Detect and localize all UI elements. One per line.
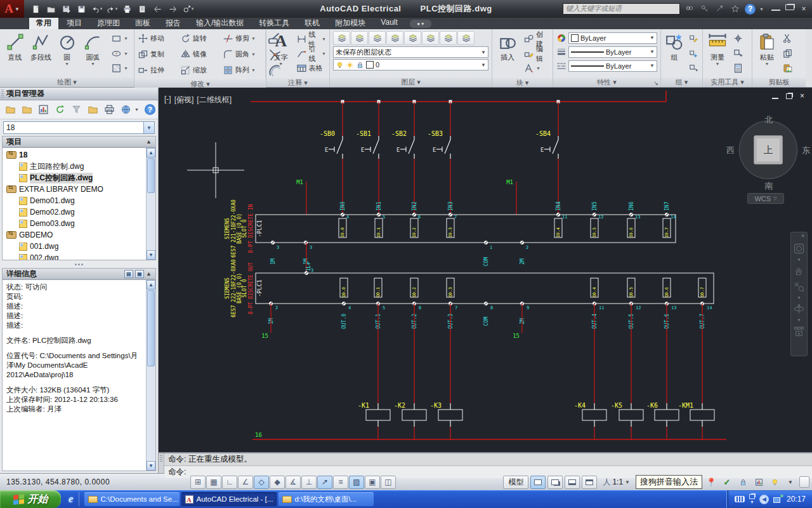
ribbon-options-button[interactable]: ● ▾ bbox=[410, 20, 431, 28]
layer-tool-icon-3[interactable] bbox=[386, 31, 403, 45]
command-window[interactable]: 命令: 正在重生成模型。 命令: bbox=[159, 452, 812, 473]
showmotion-icon[interactable] bbox=[793, 325, 805, 337]
web-publish-icon[interactable] bbox=[118, 102, 133, 117]
quick-view-layouts-button[interactable] bbox=[530, 476, 546, 489]
group-edit-button[interactable] bbox=[687, 32, 700, 45]
圆-button[interactable]: 圆▼ bbox=[54, 30, 80, 76]
status-check-icon[interactable]: ✓ bbox=[720, 476, 734, 489]
layer-tool-icon-1[interactable] bbox=[351, 31, 368, 45]
polar-toggle[interactable]: ∠ bbox=[238, 476, 253, 489]
drawing-canvas[interactable]: [-] [俯视] [二维线框] × E-SB0E-SB1E-SB2E-SB3E-… bbox=[159, 88, 812, 452]
palette-help-icon[interactable]: ? bbox=[145, 104, 155, 115]
new-file-icon[interactable] bbox=[29, 3, 42, 15]
复制-button[interactable]: 复制 bbox=[136, 47, 179, 62]
view-control-button[interactable]: [俯视] bbox=[174, 95, 194, 105]
tree-item-主回路控制.dwg[interactable]: 主回路控制.dwg bbox=[3, 161, 146, 172]
transparency-toggle[interactable]: ▨ bbox=[349, 476, 364, 489]
ime-pin-icon[interactable]: 📍 bbox=[704, 476, 718, 489]
tab-项目[interactable]: 项目 bbox=[60, 17, 89, 29]
tree-item-Demo02.dwg[interactable]: Demo02.dwg bbox=[3, 206, 146, 218]
back-arrow-icon[interactable] bbox=[151, 3, 164, 15]
id-point-button[interactable] bbox=[731, 32, 745, 45]
layer-tool-icon-5[interactable] bbox=[422, 31, 439, 45]
scroll-up-icon[interactable]: ▲ bbox=[147, 280, 155, 290]
多段线-button[interactable]: 多段线 bbox=[28, 30, 54, 76]
refresh-icon[interactable] bbox=[52, 102, 67, 117]
text-button[interactable]: A 文字▼ bbox=[268, 30, 294, 77]
hide-icons-button[interactable]: ◀ bbox=[759, 495, 769, 504]
编辑-button[interactable]: 编辑 bbox=[522, 46, 551, 61]
拉伸-button[interactable]: 拉伸 bbox=[136, 63, 179, 77]
project-open-icon[interactable] bbox=[3, 102, 18, 117]
ortho-toggle[interactable]: ∟ bbox=[222, 476, 237, 489]
移动-button[interactable]: 移动 bbox=[136, 31, 179, 46]
tab-面板[interactable]: 面板 bbox=[128, 17, 157, 29]
clean-screen-button[interactable] bbox=[799, 476, 809, 488]
recttool-button[interactable]: ▼ bbox=[110, 32, 129, 45]
dynamic-ucs-toggle[interactable]: ⊥ bbox=[301, 476, 317, 489]
taskbar-task[interactable]: C:\Documents and Se... bbox=[84, 492, 180, 506]
property-dropdown-0[interactable]: ByLayer▼ bbox=[568, 32, 657, 44]
tree-item-18[interactable]: 18 bbox=[3, 149, 146, 161]
panel-title-draw[interactable]: 绘图 ▾ bbox=[0, 77, 134, 87]
palette-splitter[interactable] bbox=[0, 260, 158, 268]
tree-item-GBDEMO[interactable]: GBDEMO bbox=[3, 229, 146, 241]
details-scrollbar[interactable]: ▲ ▼ bbox=[146, 280, 155, 471]
search-input[interactable]: 键入关键字或短语 bbox=[563, 3, 680, 15]
group-add-button[interactable] bbox=[687, 47, 700, 60]
project-new-icon[interactable] bbox=[19, 102, 34, 117]
quick-properties-toggle[interactable]: ▣ bbox=[365, 476, 380, 489]
plot-publish-icon[interactable] bbox=[102, 102, 117, 117]
save-as-icon[interactable] bbox=[60, 3, 72, 15]
help-icon[interactable]: ? bbox=[745, 4, 756, 15]
tree-item-EXTRA LIBRARY DEMO[interactable]: EXTRA LIBRARY DEMO bbox=[3, 184, 146, 195]
navbar-close-icon[interactable]: ✕ bbox=[801, 233, 805, 239]
restore-tray-icon[interactable] bbox=[749, 494, 755, 499]
ime-indicator[interactable]: 搜狗拼音输入法 bbox=[636, 475, 702, 489]
annotation-scale-button[interactable]: 人 1:1 ▼ bbox=[599, 476, 634, 489]
details-section-header[interactable]: 详细信息 ▤ ▣ ▲ bbox=[2, 268, 156, 279]
scroll-up-icon[interactable]: ▲ bbox=[147, 148, 155, 157]
network-tray-icon[interactable] bbox=[773, 496, 782, 503]
property-dropdown-2[interactable]: ByLayer▼ bbox=[568, 60, 657, 72]
sheet-set-icon[interactable] bbox=[136, 3, 148, 15]
filter-icon[interactable] bbox=[69, 102, 84, 117]
layer-tool-icon-7[interactable] bbox=[457, 31, 475, 45]
layout1-button[interactable] bbox=[565, 476, 580, 489]
tree-item-002.dwg[interactable]: 002.dwg bbox=[3, 252, 146, 260]
toolbar-overflow-icon[interactable]: ▼ bbox=[134, 107, 139, 112]
copy-clip-button[interactable] bbox=[781, 47, 794, 60]
wcs-button[interactable]: WCS▽ bbox=[747, 193, 784, 204]
旋转-button[interactable]: 旋转 bbox=[179, 31, 221, 46]
阵列-button[interactable]: 阵列▼ bbox=[221, 63, 264, 77]
minimize-button[interactable] bbox=[771, 4, 780, 11]
snap-toggle[interactable]: ⊞ bbox=[190, 476, 206, 489]
panel-title-modify[interactable]: 修改 ▾ bbox=[134, 79, 266, 88]
viewcube-west[interactable]: 西 bbox=[726, 145, 735, 156]
layout2-button[interactable] bbox=[582, 476, 597, 489]
hatch-button[interactable]: ▼ bbox=[110, 62, 129, 75]
redo-icon[interactable]: ▾ bbox=[105, 3, 118, 15]
keyboard-tray-icon[interactable] bbox=[735, 496, 745, 502]
panel-title-group[interactable]: 组 ▾ bbox=[661, 77, 702, 87]
圆角-button[interactable]: 圆角▼ bbox=[221, 47, 264, 62]
缩放-button[interactable]: 缩放 bbox=[179, 63, 221, 77]
layer-tool-icon-2[interactable] bbox=[369, 31, 386, 45]
group-button[interactable]: 组 bbox=[663, 30, 686, 76]
orbit-icon[interactable] bbox=[793, 303, 805, 315]
status-menu-icon[interactable]: ▼ bbox=[783, 476, 797, 489]
save-icon[interactable] bbox=[75, 3, 88, 15]
search-icon[interactable] bbox=[684, 3, 695, 15]
toolbar-lock-icon[interactable] bbox=[736, 476, 750, 489]
tab-原理图[interactable]: 原理图 bbox=[90, 17, 127, 29]
doc-close-button[interactable]: × bbox=[800, 91, 804, 100]
restore-button[interactable] bbox=[785, 4, 794, 10]
引线-button[interactable]: 引线▼ bbox=[295, 46, 327, 61]
tree-item-Demo03.dwg[interactable]: Demo03.dwg bbox=[3, 218, 146, 229]
tab-附加模块[interactable]: 附加模块 bbox=[328, 17, 372, 29]
doc-minimize-button[interactable] bbox=[772, 93, 778, 99]
scrollbar-thumb[interactable] bbox=[147, 290, 155, 366]
details-list-view-icon[interactable]: ▤ bbox=[124, 270, 133, 278]
layer-tool-icon-6[interactable] bbox=[440, 31, 457, 45]
exchange-icon[interactable] bbox=[714, 3, 726, 15]
